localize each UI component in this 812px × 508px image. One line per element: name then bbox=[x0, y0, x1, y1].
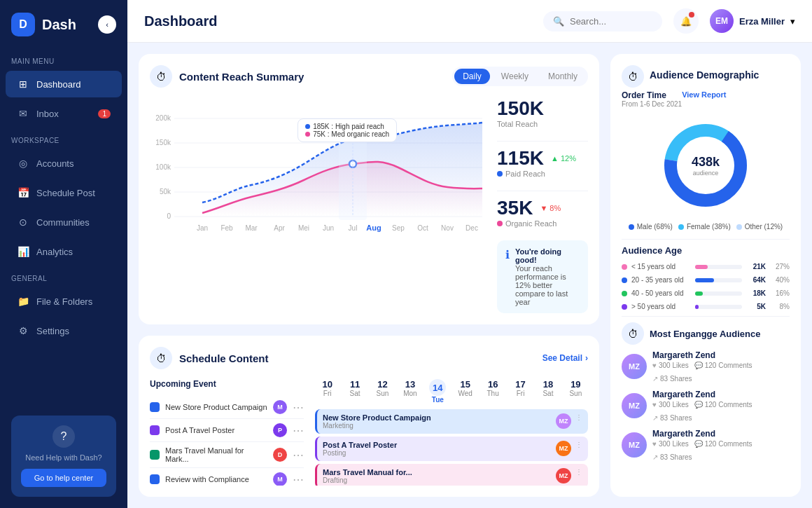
cal-event-avatar: MZ bbox=[556, 413, 571, 429]
age-count: 21K bbox=[746, 263, 766, 270]
main-menu-label: MAIN MENU bbox=[0, 49, 127, 69]
schedule-inner: Upcoming Event New Store Product Campaig… bbox=[150, 379, 588, 486]
age-row: 20 - 35 years old 64K 40% bbox=[622, 276, 790, 284]
cal-day: 12Sun bbox=[370, 379, 395, 404]
avatar: EM bbox=[710, 9, 734, 33]
sidebar-item-inbox[interactable]: ✉ Inbox 1 bbox=[6, 100, 122, 127]
notification-button[interactable]: 🔔 bbox=[673, 8, 699, 34]
analytics-icon: 📊 bbox=[17, 245, 29, 258]
organic-reach-row: 35K ▼ 8% bbox=[497, 197, 588, 219]
engage-name: Margareth Zend bbox=[652, 429, 790, 439]
paid-reach-change: ▲ 12% bbox=[551, 154, 576, 163]
legend-dot-other bbox=[736, 224, 742, 230]
age-pct: 8% bbox=[770, 303, 790, 310]
paid-reach-value: 115K bbox=[497, 147, 544, 170]
svg-text:200k: 200k bbox=[155, 114, 172, 122]
sidebar-item-label: Accounts bbox=[36, 158, 74, 169]
search-input[interactable] bbox=[570, 16, 652, 27]
schedule-card-icon: ⏱ bbox=[150, 347, 172, 369]
help-section: ? Need Help with Dash? Go to help center bbox=[0, 404, 127, 508]
event-name: Review with Compliance bbox=[165, 475, 267, 483]
svg-text:Dec: Dec bbox=[465, 224, 478, 232]
event-menu-icon[interactable]: ⋮ bbox=[575, 468, 582, 476]
svg-text:Feb: Feb bbox=[220, 224, 233, 232]
sidebar-item-label: Inbox bbox=[36, 109, 59, 119]
dashboard-icon: ⊞ bbox=[17, 78, 29, 90]
sidebar-item-settings[interactable]: ⚙ Settings bbox=[6, 317, 122, 344]
chevron-down-icon: ▾ bbox=[790, 16, 795, 27]
age-pct: 40% bbox=[770, 276, 790, 284]
age-bar-bg bbox=[695, 291, 742, 296]
user-info[interactable]: EM Erza Miller ▾ bbox=[710, 9, 795, 33]
settings-icon: ⚙ bbox=[17, 324, 29, 337]
age-dot bbox=[622, 304, 627, 310]
svg-text:50k: 50k bbox=[160, 188, 172, 195]
cal-event-card: Post A Travel Poster Posting MZ ⋮ bbox=[315, 437, 588, 461]
event-more-button[interactable]: ⋯ bbox=[293, 401, 304, 414]
user-name: Erza Miller bbox=[739, 16, 785, 27]
search-box[interactable]: 🔍 bbox=[543, 11, 662, 32]
cal-event-title: Mars Travel Manual for... bbox=[323, 468, 412, 476]
age-count: 5K bbox=[746, 303, 766, 310]
engage-shares: ↗83 Shares bbox=[652, 414, 692, 422]
event-item: Mars Travel Manual for Mark... D ⋯ bbox=[150, 442, 304, 468]
view-report-button[interactable]: View Report bbox=[682, 90, 726, 99]
cal-day: 15Wed bbox=[453, 379, 477, 404]
age-bar-bg bbox=[695, 278, 742, 282]
event-more-button[interactable]: ⋯ bbox=[293, 424, 304, 437]
organic-reach-value: 35K bbox=[497, 197, 533, 219]
sidebar-collapse-button[interactable]: ‹ bbox=[98, 15, 116, 34]
cal-day: 10Fri bbox=[315, 379, 340, 404]
calendar-days-header: 10Fri 11Sat 12Sun 13Mon 14Tue 15Wed 16Th… bbox=[315, 379, 588, 404]
engage-item: MZ Margareth Zend ♥300 Likes 💬120 Commen… bbox=[622, 390, 790, 422]
sidebar-item-files[interactable]: 📁 File & Folders bbox=[6, 288, 122, 315]
event-menu-icon[interactable]: ⋮ bbox=[575, 441, 582, 448]
sidebar-item-dashboard[interactable]: ⊞ Dashboard bbox=[6, 71, 122, 97]
event-color-dot bbox=[150, 450, 160, 460]
donut-label: 438k audience bbox=[692, 155, 720, 177]
chart-tooltip: 185K : High paid reach 75K : Med organic… bbox=[298, 118, 397, 142]
sidebar-item-communities[interactable]: ⊙ Communities bbox=[6, 209, 122, 235]
cal-day: 19Sun bbox=[564, 379, 588, 404]
cal-event-sub: Drafting bbox=[323, 476, 412, 484]
sidebar-item-accounts[interactable]: ◎ Accounts bbox=[6, 150, 122, 177]
organic-reach-change: ▼ 8% bbox=[540, 204, 561, 212]
sidebar-item-label: Dashboard bbox=[36, 79, 81, 90]
sidebar-item-schedule-post[interactable]: 📅 Schedule Post bbox=[6, 179, 122, 206]
reach-card-icon: ⏱ bbox=[150, 65, 172, 88]
tab-monthly[interactable]: Monthly bbox=[540, 69, 586, 84]
tab-daily[interactable]: Daily bbox=[454, 69, 490, 84]
page-title: Dashboard bbox=[144, 13, 532, 29]
age-bar-fill bbox=[695, 291, 703, 296]
age-row: > 50 years old 5K 8% bbox=[622, 303, 790, 310]
age-section-title: Audience Age bbox=[622, 245, 790, 256]
event-avatar: P bbox=[273, 423, 287, 437]
event-more-button[interactable]: ⋯ bbox=[293, 473, 304, 486]
notification-icon: 🔔 bbox=[680, 16, 692, 27]
tab-weekly[interactable]: Weekly bbox=[493, 69, 537, 84]
event-name: Post A Travel Poster bbox=[165, 426, 267, 434]
logo-icon: D bbox=[11, 13, 35, 36]
engage-likes: ♥300 Likes bbox=[652, 440, 689, 448]
good-icon: ℹ bbox=[505, 248, 510, 261]
sidebar-item-analytics[interactable]: 📊 Analytics bbox=[6, 238, 122, 265]
help-icon: ? bbox=[52, 425, 75, 448]
event-color-dot bbox=[150, 474, 160, 484]
event-list: Upcoming Event New Store Product Campaig… bbox=[150, 379, 304, 486]
event-color-dot bbox=[150, 425, 160, 435]
cal-event-sub: Posting bbox=[323, 449, 397, 457]
legend-female: Female (38%) bbox=[678, 223, 731, 231]
legend-dot-female bbox=[678, 224, 684, 230]
organic-reach-stat: 35K ▼ 8% Organic Reach bbox=[497, 197, 588, 228]
organic-reach-label: Organic Reach bbox=[505, 219, 556, 228]
help-button[interactable]: Go to help center bbox=[21, 469, 106, 487]
communities-icon: ⊙ bbox=[17, 216, 29, 228]
see-detail-button[interactable]: See Detail › bbox=[542, 353, 588, 363]
donut-legend: Male (68%) Female (38%) Other (12%) bbox=[622, 223, 790, 231]
event-more-button[interactable]: ⋯ bbox=[293, 448, 304, 462]
cal-event-avatar: MZ bbox=[556, 468, 571, 483]
age-pct: 16% bbox=[770, 289, 790, 297]
engage-title: Most Engangge Audience bbox=[650, 329, 760, 339]
main-area: Dashboard 🔍 🔔 EM Erza Miller ▾ ⏱ Content… bbox=[127, 0, 812, 508]
event-menu-icon[interactable]: ⋮ bbox=[575, 413, 582, 421]
